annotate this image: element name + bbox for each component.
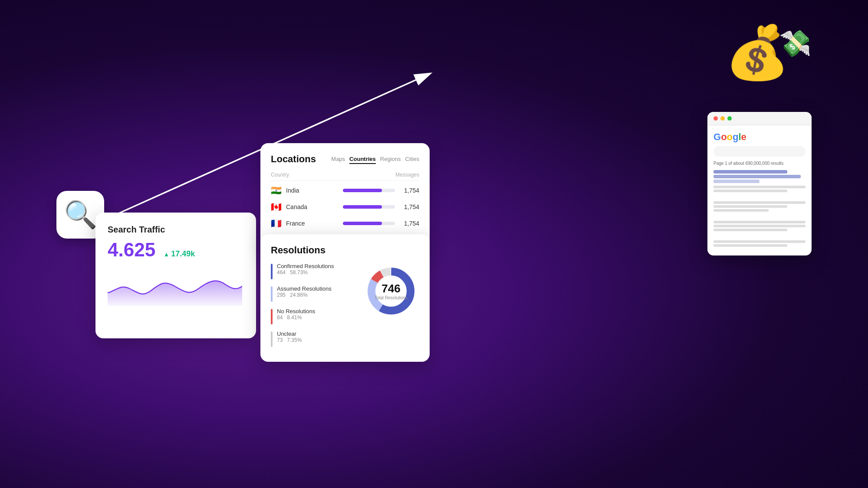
result-bar-2 [713,175,801,178]
label-unclear: Unclear [277,331,302,337]
google-body: Google Page 1 of about 690,000,000 resul… [707,125,812,255]
text-line [713,221,806,223]
flag-canada: 🇨🇦 [271,202,282,212]
locations-header: Locations Maps Countries Regions Cities [271,154,419,165]
stats-none: 84 8.41% [277,314,315,321]
result-bar-3 [713,180,760,183]
resolution-none: No Resolutions 84 8.41% [271,308,354,324]
col-country: Country [271,172,289,178]
flag-france: 🇫🇷 [271,218,282,229]
indicator-confirmed [271,264,273,279]
location-row-india: 🇮🇳 India 1,754 [271,185,419,196]
logo-e: e [741,131,746,142]
google-results [713,170,806,251]
money-wings-icon: 💸 [779,28,812,59]
search-traffic-title: Search Traffic [108,225,244,235]
search-traffic-card: Search Traffic 4.625 17.49k [95,213,256,338]
text-line [713,225,806,227]
result-section-2 [713,199,806,212]
magnifier-icon: 🔍 [64,199,97,230]
bar-canada [343,205,395,209]
result-section-3 [713,218,806,231]
result-section-1 [713,170,806,192]
text-line [713,190,787,192]
result-bar-row2 [713,180,806,183]
text-line [713,244,787,247]
dot-yellow [720,116,725,121]
text-line [713,209,769,212]
tab-maps[interactable]: Maps [331,155,345,164]
label-none: No Resolutions [277,308,315,314]
resolution-confirmed: Confirmed Resolutions 464 58.73% [271,263,354,279]
resolution-unclear: Unclear 73 7.35% [271,331,354,347]
traffic-sparkline [108,267,242,306]
indicator-assumed [271,286,273,302]
country-name-canada: Canada [286,203,343,210]
locations-table-header: Country Messages [271,172,419,181]
donut-chart: 746 Total Resolutions [363,263,419,319]
dot-red [713,116,718,121]
result-text-4 [713,240,806,247]
label-confirmed: Confirmed Resolutions [277,263,334,269]
bar-india [343,189,395,192]
label-assumed: Assumed Resolutions [277,285,332,292]
count-france: 1,754 [402,220,419,227]
logo-g2: g [733,131,738,142]
stats-assumed: 295 24.86% [277,292,332,298]
result-bar-row [713,175,806,178]
result-bar-1 [713,170,787,174]
logo-o1: o [721,131,727,142]
count-india: 1,754 [402,187,419,194]
traffic-chart [108,267,244,310]
text-line [713,205,787,208]
tab-countries[interactable]: Countries [349,155,376,164]
col-messages: Messages [395,172,419,178]
traffic-value: 4.625 [108,239,155,261]
google-card: Google Page 1 of about 690,000,000 resul… [707,112,812,255]
country-name-india: India [286,187,343,194]
tab-regions[interactable]: Regions [380,155,401,164]
result-text-1 [713,186,806,192]
logo-g: G [713,131,721,142]
flag-india: 🇮🇳 [271,185,282,196]
donut-center-text: 746 Total Resolutions [375,282,408,300]
country-name-france: France [286,220,343,227]
text-line [713,229,787,231]
indicator-unclear [271,331,273,347]
bar-france [343,222,395,225]
result-text-3 [713,221,806,231]
text-line [713,186,806,188]
stats-unclear: 73 7.35% [277,337,302,343]
result-section-4 [713,238,806,247]
logo-o2: o [727,131,733,142]
indicator-none [271,309,273,324]
text-line [713,240,806,243]
traffic-change: 17.49k [164,249,195,258]
dot-green [727,116,732,121]
text-line [713,201,806,204]
donut-total: 746 [375,282,408,295]
resolutions-list: Confirmed Resolutions 464 58.73% Assumed… [271,263,354,353]
locations-tabs: Maps Countries Regions Cities [331,155,419,164]
resolutions-title: Resolutions [271,245,419,256]
tab-cities[interactable]: Cities [405,155,419,164]
result-text-2 [713,201,806,212]
locations-title: Locations [271,154,316,165]
resolutions-card: Resolutions Confirmed Resolutions 464 58… [260,234,430,362]
stats-confirmed: 464 58.73% [277,269,334,275]
resolution-assumed: Assumed Resolutions 295 24.86% [271,285,354,302]
google-titlebar [707,112,812,125]
google-logo: Google [713,131,806,143]
count-canada: 1,754 [402,203,419,210]
google-result-count: Page 1 of about 690,000,000 results [713,161,806,166]
resolutions-body: Confirmed Resolutions 464 58.73% Assumed… [271,263,419,353]
location-row-france: 🇫🇷 France 1,754 [271,218,419,229]
location-row-canada: 🇨🇦 Canada 1,754 [271,202,419,212]
donut-label: Total Resolutions [375,295,408,300]
google-searchbar[interactable] [713,146,806,157]
